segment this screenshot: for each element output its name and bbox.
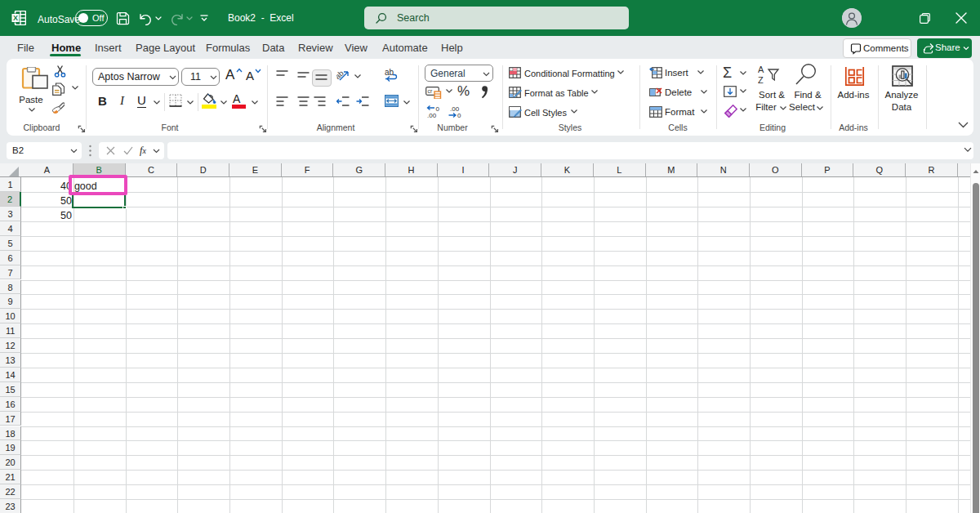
svg-text:.00: .00 (427, 112, 437, 118)
svg-text:cr: cr (428, 88, 434, 94)
svg-text:0: 0 (436, 105, 440, 113)
svg-text:A: A (758, 65, 764, 74)
svg-text:ab: ab (385, 69, 394, 77)
svg-text:X: X (13, 14, 18, 22)
svg-text:0: 0 (457, 112, 461, 118)
svg-text:Z: Z (758, 75, 764, 85)
